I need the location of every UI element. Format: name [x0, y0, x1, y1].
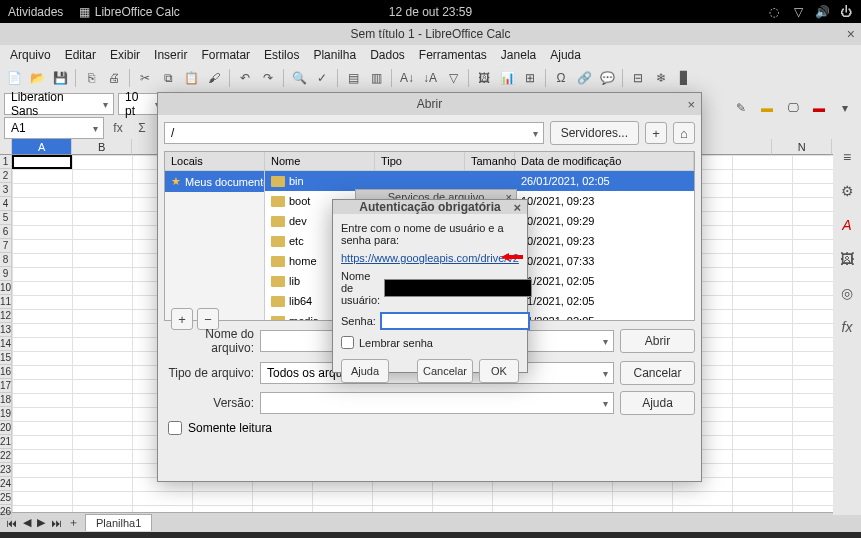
- menu-janela[interactable]: Janela: [495, 46, 542, 64]
- places-item-documents[interactable]: ★ Meus documentos: [165, 171, 264, 192]
- version-combo[interactable]: [260, 392, 614, 414]
- cancel-button[interactable]: Cancelar: [620, 361, 695, 385]
- new-icon[interactable]: 📄: [4, 68, 24, 88]
- save-icon[interactable]: 💾: [50, 68, 70, 88]
- clone-format-icon[interactable]: 🖌: [204, 68, 224, 88]
- window-close-button[interactable]: ×: [847, 26, 855, 42]
- col-header-name[interactable]: Nome: [265, 152, 375, 170]
- auth-help-button[interactable]: Ajuda: [341, 359, 389, 383]
- col-header-date[interactable]: Data de modificação: [515, 152, 694, 170]
- tab-last-icon[interactable]: ⏭: [51, 517, 62, 529]
- auth-ok-button[interactable]: OK: [479, 359, 519, 383]
- col-header-type[interactable]: Tipo: [375, 152, 465, 170]
- col-icon[interactable]: ▥: [366, 68, 386, 88]
- split-icon[interactable]: ▊: [674, 68, 694, 88]
- network-icon[interactable]: ▽: [791, 5, 805, 19]
- volume-icon[interactable]: 🔊: [815, 5, 829, 19]
- remember-password-input[interactable]: [341, 336, 354, 349]
- menu-exibir[interactable]: Exibir: [104, 46, 146, 64]
- row-icon[interactable]: ▤: [343, 68, 363, 88]
- clock[interactable]: 12 de out 23:59: [389, 5, 472, 19]
- password-input[interactable]: [380, 312, 530, 330]
- sidebar-highlight-icon[interactable]: ▬: [757, 98, 777, 118]
- sheet-tab[interactable]: Planilha1: [85, 514, 152, 531]
- print-icon[interactable]: 🖨: [104, 68, 124, 88]
- file-row[interactable]: bin26/01/2021, 02:05: [265, 171, 694, 191]
- filetype-label: Tipo de arquivo:: [164, 366, 254, 380]
- sidebar-more-icon[interactable]: ▾: [835, 98, 855, 118]
- freeze-icon[interactable]: ❄: [651, 68, 671, 88]
- undo-icon[interactable]: ↶: [235, 68, 255, 88]
- redo-icon[interactable]: ↷: [258, 68, 278, 88]
- cell-reference-combo[interactable]: A1: [4, 117, 104, 139]
- special-char-icon[interactable]: Ω: [551, 68, 571, 88]
- cut-icon[interactable]: ✂: [135, 68, 155, 88]
- navigator-panel-icon[interactable]: ◎: [837, 283, 857, 303]
- menu-formatar[interactable]: Formatar: [195, 46, 256, 64]
- open-button[interactable]: Abrir: [620, 329, 695, 353]
- font-name-combo[interactable]: Liberation Sans: [4, 93, 114, 115]
- activities-button[interactable]: Atividades: [8, 5, 63, 19]
- function-wizard-icon[interactable]: fx: [108, 118, 128, 138]
- menu-ajuda[interactable]: Ajuda: [544, 46, 587, 64]
- col-header-size[interactable]: Tamanho: [465, 152, 515, 170]
- open-icon[interactable]: 📂: [27, 68, 47, 88]
- comment-icon[interactable]: 💬: [597, 68, 617, 88]
- styles-panel-icon[interactable]: A: [837, 215, 857, 235]
- star-icon: ★: [171, 175, 181, 188]
- menu-editar[interactable]: Editar: [59, 46, 102, 64]
- open-dialog-close-button[interactable]: ×: [687, 97, 695, 112]
- remember-password-checkbox[interactable]: Lembrar senha: [341, 336, 519, 349]
- servers-button[interactable]: Servidores...: [550, 121, 639, 145]
- sidebar-edit-icon[interactable]: ✎: [731, 98, 751, 118]
- hyperlink-icon[interactable]: 🔗: [574, 68, 594, 88]
- new-folder-button[interactable]: +: [645, 122, 667, 144]
- auth-cancel-button[interactable]: Cancelar: [417, 359, 473, 383]
- places-header: Locais: [165, 152, 264, 171]
- functions-panel-icon[interactable]: fx: [837, 317, 857, 337]
- path-combo[interactable]: /: [164, 122, 544, 144]
- auth-url: https://www.googleapis.com/drive/v2: [341, 252, 519, 264]
- sidebar-menu-icon[interactable]: ≡: [837, 147, 857, 167]
- folder-icon: [271, 176, 285, 187]
- a11y-icon[interactable]: ◌: [767, 5, 781, 19]
- sidebar-bgcolor-icon[interactable]: ▬: [809, 98, 829, 118]
- sort-asc-icon[interactable]: A↓: [397, 68, 417, 88]
- pivot-icon[interactable]: ⊞: [520, 68, 540, 88]
- sum-icon[interactable]: Σ: [132, 118, 152, 138]
- spellcheck-icon[interactable]: ✓: [312, 68, 332, 88]
- tab-prev-icon[interactable]: ◀: [23, 516, 31, 529]
- power-icon[interactable]: ⏻: [839, 5, 853, 19]
- version-label: Versão:: [164, 396, 254, 410]
- menu-arquivo[interactable]: Arquivo: [4, 46, 57, 64]
- autofilter-icon[interactable]: ▽: [443, 68, 463, 88]
- main-toolbar: 📄 📂 💾 ⎘ 🖨 ✂ ⧉ 📋 🖌 ↶ ↷ 🔍 ✓ ▤ ▥ A↓ ↓A ▽ 🖼 …: [0, 65, 861, 91]
- auth-dialog-close-button[interactable]: ×: [513, 200, 521, 215]
- password-label: Senha:: [341, 315, 376, 327]
- export-pdf-icon[interactable]: ⎘: [81, 68, 101, 88]
- row-headers[interactable]: 1234567891011121314151617181920212223242…: [0, 139, 12, 512]
- copy-icon[interactable]: ⧉: [158, 68, 178, 88]
- menu-estilos[interactable]: Estilos: [258, 46, 305, 64]
- sidebar-screen-icon[interactable]: 🖵: [783, 98, 803, 118]
- tab-next-icon[interactable]: ▶: [37, 516, 45, 529]
- add-sheet-icon[interactable]: ＋: [68, 515, 79, 530]
- paste-icon[interactable]: 📋: [181, 68, 201, 88]
- sort-desc-icon[interactable]: ↓A: [420, 68, 440, 88]
- username-input[interactable]: [384, 279, 532, 297]
- help-button[interactable]: Ajuda: [620, 391, 695, 415]
- gallery-panel-icon[interactable]: 🖼: [837, 249, 857, 269]
- find-icon[interactable]: 🔍: [289, 68, 309, 88]
- chart-icon[interactable]: 📊: [497, 68, 517, 88]
- menu-inserir[interactable]: Inserir: [148, 46, 193, 64]
- readonly-checkbox[interactable]: Somente leitura: [164, 421, 695, 435]
- menu-ferramentas[interactable]: Ferramentas: [413, 46, 493, 64]
- image-icon[interactable]: 🖼: [474, 68, 494, 88]
- readonly-checkbox-input[interactable]: [168, 421, 182, 435]
- properties-panel-icon[interactable]: ⚙: [837, 181, 857, 201]
- up-level-button[interactable]: ⌂: [673, 122, 695, 144]
- headers-icon[interactable]: ⊟: [628, 68, 648, 88]
- menu-dados[interactable]: Dados: [364, 46, 411, 64]
- menu-planilha[interactable]: Planilha: [307, 46, 362, 64]
- app-indicator[interactable]: ▦ LibreOffice Calc: [77, 5, 180, 19]
